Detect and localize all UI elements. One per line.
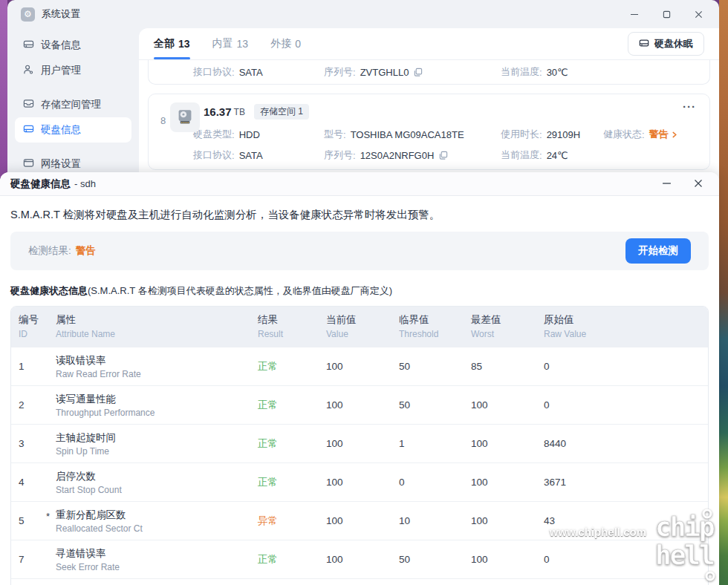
disk-info-panel: 全部13 内置13 外接0 硬盘休眠 接口协议:SATA 序列号:ZVTGHLL…	[139, 28, 719, 181]
desktop-wallpaper-right	[719, 0, 728, 585]
tab-external[interactable]: 外接0	[270, 28, 301, 59]
sidebar-item-label: 用户管理	[41, 64, 81, 77]
chevron-right-icon	[672, 131, 677, 138]
dialog-title-device: - sdh	[74, 178, 96, 189]
hdd-thumbnail-icon	[170, 102, 200, 132]
table-row: 1 读取错误率Raw Read Error Rate 正常 100 50 85 …	[11, 347, 708, 385]
minimize-icon[interactable]	[662, 177, 672, 191]
table-row: 7 寻道错误率Seek Error Rate 正常 100 50 100 0	[11, 540, 708, 578]
copy-icon[interactable]	[413, 68, 423, 77]
disk-icon	[639, 38, 649, 50]
minimize-icon[interactable]	[630, 10, 639, 19]
smart-description: S.M.A.R.T 检测将对硬盘及主机进行自动化监测分析，当设备健康状态异常时将…	[10, 208, 709, 222]
window-titlebar: ⚙ 系统设置	[7, 0, 719, 28]
detection-result-box: 检测结果: 警告 开始检测	[10, 232, 709, 270]
device-info-icon	[23, 39, 34, 52]
disk-index: 8	[160, 115, 166, 126]
maximize-icon[interactable]	[663, 10, 671, 19]
result-value: 警告	[76, 244, 96, 258]
sidebar-item-label: 存储空间管理	[41, 98, 101, 111]
start-detection-button[interactable]: 开始检测	[625, 238, 691, 264]
sidebar-item-label: 网络设置	[41, 157, 81, 171]
gear-icon: ⚙	[21, 7, 35, 22]
disk-icon	[23, 123, 34, 137]
tab-all[interactable]: 全部13	[154, 28, 190, 59]
flagged-attribute-star: *	[46, 511, 50, 522]
disk-capacity-unit: TB	[234, 107, 245, 117]
dialog-titlebar: 硬盘健康信息 - sdh	[0, 172, 719, 196]
user-icon	[23, 64, 34, 77]
system-settings-window: ⚙ 系统设置 设备信息 用户管理 存储空间管理 硬盘信息 网络设置	[7, 0, 719, 181]
table-row: 5 *重新分配扇区数Reallocated Sector Ct 异常 100 1…	[11, 501, 708, 540]
disk-card-partial: 接口协议:SATA 序列号:ZVTGHLL0 当前温度:30℃	[148, 60, 710, 85]
table-row: 3 主轴起旋时间Spin Up Time 正常 100 1 100 8440	[11, 424, 708, 463]
dialog-title: 硬盘健康信息	[10, 177, 71, 191]
sidebar-item-label: 硬盘信息	[41, 123, 81, 137]
disk-capacity: 16.37	[204, 105, 232, 118]
tab-internal[interactable]: 内置13	[212, 28, 249, 59]
sidebar-item-user-management[interactable]: 用户管理	[15, 58, 131, 83]
health-status-link[interactable]: 警告	[649, 128, 677, 141]
disk-tabs: 全部13 内置13 外接0 硬盘休眠	[139, 28, 719, 60]
window-title: 系统设置	[42, 7, 80, 21]
more-options-icon[interactable]: ···	[683, 100, 696, 113]
disk-card-8: 8 ··· 16.37 TB 存储空间 1 硬盘类型:HDD 型号:TOSHIB…	[148, 94, 710, 170]
smart-table-heading: 硬盘健康状态信息(S.M.A.R.T 各检测项目代表硬盘的状态属性，及临界值由硬…	[10, 284, 709, 298]
table-row: 4 启停次数Start Stop Count 正常 100 0 100 3671	[11, 463, 708, 501]
close-icon[interactable]	[695, 10, 703, 19]
table-row: 2 读写通量性能Throughput Performance 正常 100 50…	[11, 385, 708, 424]
sidebar-item-storage-management[interactable]: 存储空间管理	[15, 92, 131, 117]
network-window-icon	[23, 157, 34, 171]
storage-box-icon	[23, 98, 34, 111]
close-icon[interactable]	[694, 177, 703, 191]
copy-icon[interactable]	[438, 151, 448, 160]
disk-health-dialog: 硬盘健康信息 - sdh S.M.A.R.T 检测将对硬盘及主机进行自动化监测分…	[0, 172, 719, 585]
table-row: 8 寻道性能Seek Time Performance 正常 100 50 10…	[11, 578, 708, 585]
active-tab-underline	[154, 57, 190, 59]
table-header-row: 编号ID 属性Attribute Name 结果Result 当前值Value …	[11, 307, 708, 347]
disk-hibernate-button[interactable]: 硬盘休眠	[628, 32, 704, 56]
sidebar: 设备信息 用户管理 存储空间管理 硬盘信息 网络设置	[7, 28, 139, 181]
storage-pool-badge: 存储空间 1	[254, 104, 309, 120]
smart-attributes-table: 编号ID 属性Attribute Name 结果Result 当前值Value …	[10, 306, 709, 585]
sidebar-item-label: 设备信息	[41, 39, 81, 52]
result-label: 检测结果:	[28, 244, 71, 258]
sidebar-item-device-info[interactable]: 设备信息	[15, 33, 131, 58]
sidebar-item-disk-info[interactable]: 硬盘信息	[15, 117, 131, 143]
